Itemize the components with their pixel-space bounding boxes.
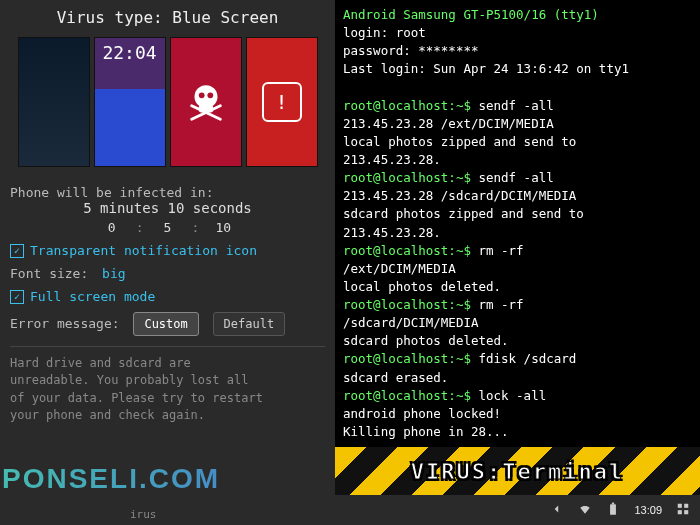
error-custom-button[interactable]: Custom: [133, 312, 198, 336]
theme-thumb-skull[interactable]: [170, 37, 242, 167]
error-message-label: Error message:: [10, 316, 120, 331]
bottom-label: irus: [130, 508, 157, 521]
watermark: PONSELI.COM: [2, 463, 220, 495]
time-spinner[interactable]: 0 : 5 : 10: [10, 220, 325, 235]
fullscreen-checkbox[interactable]: [10, 290, 24, 304]
svg-point-0: [194, 85, 217, 108]
hazard-label: VIRUS:Terminal: [411, 459, 624, 484]
font-size-label: Font size:: [10, 266, 88, 281]
spinner-seconds[interactable]: 10: [205, 220, 241, 235]
countdown-text: 5 minutes 10 seconds: [83, 200, 252, 216]
transparent-icon-checkbox[interactable]: [10, 244, 24, 258]
error-message-text[interactable]: Hard drive and sdcard are unreadable. Yo…: [10, 346, 325, 425]
error-default-button[interactable]: Default: [213, 312, 286, 336]
svg-rect-10: [678, 510, 682, 514]
svg-rect-8: [678, 504, 682, 508]
svg-point-3: [207, 92, 213, 98]
skull-icon: [183, 78, 229, 126]
font-size-value[interactable]: big: [102, 266, 125, 281]
panel-title: Virus type: Blue Screen: [10, 8, 325, 27]
fullscreen-label: Full screen mode: [30, 289, 155, 304]
svg-point-2: [198, 92, 204, 98]
terminal-panel: Android Samsung GT-P5100/16 (tty1) login…: [335, 0, 700, 525]
hazard-banner: VIRUS:Terminal: [335, 447, 700, 495]
apps-icon[interactable]: [676, 502, 690, 518]
svg-rect-6: [611, 504, 617, 514]
warning-icon: !: [262, 82, 302, 122]
status-time: 13:09: [634, 504, 662, 516]
theme-thumbnails: 22:04 !: [10, 37, 325, 167]
theme-thumb-warning[interactable]: !: [246, 37, 318, 167]
transparent-icon-label: Transparent notification icon: [30, 243, 257, 258]
thumb-bsod-body: [95, 89, 165, 166]
spinner-hours[interactable]: 0: [94, 220, 130, 235]
config-panel: Virus type: Blue Screen 22:04 ! Phone wi…: [0, 0, 335, 525]
wifi-icon: [578, 502, 592, 518]
back-icon[interactable]: [550, 502, 564, 518]
svg-rect-11: [684, 510, 688, 514]
countdown-label: Phone will be infected in:: [10, 185, 325, 200]
theme-thumb-bluescreen[interactable]: 22:04: [94, 37, 166, 167]
spinner-minutes[interactable]: 5: [150, 220, 186, 235]
android-status-bar: 13:09: [335, 495, 700, 525]
theme-thumb-dark[interactable]: [18, 37, 90, 167]
thumb-clock: 22:04: [102, 42, 156, 63]
terminal-output: Android Samsung GT-P5100/16 (tty1) login…: [335, 0, 700, 447]
svg-rect-9: [684, 504, 688, 508]
battery-icon: [606, 502, 620, 518]
svg-rect-7: [612, 503, 614, 505]
